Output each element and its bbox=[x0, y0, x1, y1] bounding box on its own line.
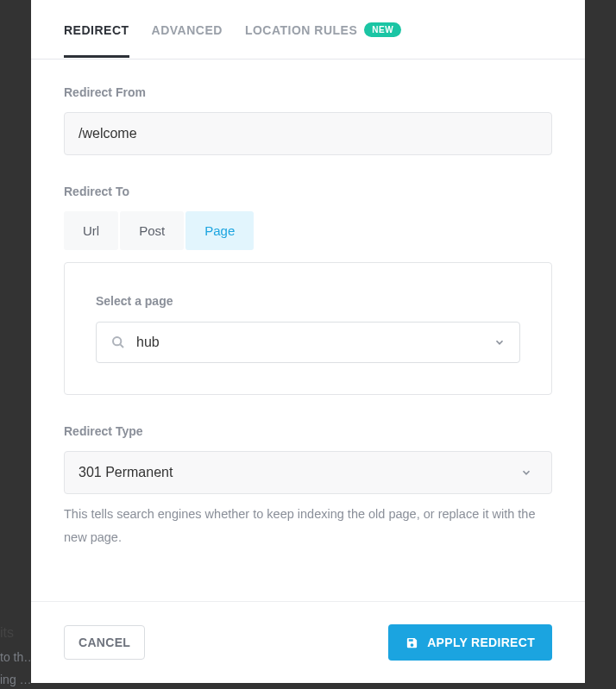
page-select-panel: Select a page bbox=[64, 262, 552, 395]
tab-advanced[interactable]: ADVANCED bbox=[152, 2, 223, 58]
redirect-from-input[interactable] bbox=[64, 112, 552, 155]
tab-redirect[interactable]: REDIRECT bbox=[64, 2, 129, 58]
redirect-type-select[interactable]: 301 Permanent bbox=[64, 451, 552, 494]
redirect-to-toggle-group: Url Post Page bbox=[64, 211, 552, 250]
toggle-url[interactable]: Url bbox=[64, 211, 118, 250]
save-icon bbox=[405, 636, 418, 649]
toggle-page[interactable]: Page bbox=[185, 211, 254, 250]
modal-footer: CANCEL APPLY REDIRECT bbox=[31, 601, 585, 683]
label-redirect-type: Redirect Type bbox=[64, 424, 552, 438]
svg-line-1 bbox=[120, 344, 123, 348]
redirect-type-value: 301 Permanent bbox=[79, 465, 173, 480]
section-redirect-to: Redirect To Url Post Page Select a page bbox=[64, 185, 552, 395]
label-redirect-to: Redirect To bbox=[64, 185, 552, 198]
redirect-type-helper: This tells search engines whether to kee… bbox=[64, 503, 552, 549]
svg-point-0 bbox=[113, 337, 121, 345]
page-search-select[interactable] bbox=[96, 322, 520, 363]
bg-text: its bbox=[0, 619, 14, 647]
cancel-button[interactable]: CANCEL bbox=[64, 625, 145, 660]
tab-bar: REDIRECT ADVANCED LOCATION RULES NEW bbox=[31, 0, 585, 60]
chevron-down-icon bbox=[520, 467, 537, 479]
tab-label: REDIRECT bbox=[64, 23, 129, 37]
toggle-post[interactable]: Post bbox=[120, 211, 184, 250]
modal-content: Redirect From Redirect To Url Post Page … bbox=[31, 60, 585, 601]
tab-label: LOCATION RULES bbox=[245, 23, 357, 37]
label-select-page: Select a page bbox=[96, 294, 520, 308]
search-icon bbox=[105, 335, 131, 349]
redirect-modal: REDIRECT ADVANCED LOCATION RULES NEW Red… bbox=[31, 0, 585, 683]
label-redirect-from: Redirect From bbox=[64, 85, 552, 99]
apply-label: APPLY REDIRECT bbox=[427, 636, 535, 649]
chevron-down-icon bbox=[493, 336, 511, 348]
bg-text: ing … bbox=[0, 667, 32, 689]
page-search-input[interactable] bbox=[131, 335, 493, 350]
section-redirect-type: Redirect Type 301 Permanent This tells s… bbox=[64, 424, 552, 549]
section-redirect-from: Redirect From bbox=[64, 85, 552, 155]
apply-redirect-button[interactable]: APPLY REDIRECT bbox=[388, 624, 552, 661]
tab-label: ADVANCED bbox=[152, 23, 223, 37]
new-badge: NEW bbox=[364, 22, 401, 37]
tab-location-rules[interactable]: LOCATION RULES NEW bbox=[245, 1, 401, 58]
